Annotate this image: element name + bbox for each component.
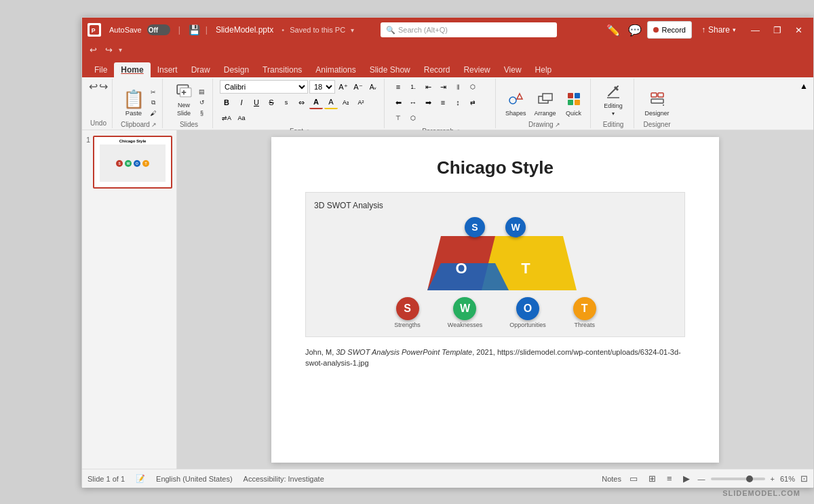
drawing-expand[interactable]: ↗ — [555, 121, 560, 128]
font-family-select[interactable]: Calibri — [220, 80, 308, 94]
svg-marker-7 — [517, 94, 522, 99]
line-spacing-button[interactable]: ↕ — [451, 96, 465, 109]
qt-undo[interactable]: ↩ — [88, 45, 99, 55]
char-spacing-button[interactable]: ⇔ — [294, 96, 308, 109]
format-painter-button[interactable]: 🖌 — [149, 109, 157, 118]
qt-redo[interactable]: ↪ — [103, 45, 115, 55]
tab-review[interactable]: Review — [457, 62, 497, 77]
tab-transitions[interactable]: Transitions — [256, 62, 309, 77]
clipboard-expand[interactable]: ↗ — [151, 121, 157, 128]
new-slide-label2: Slide — [177, 110, 191, 117]
share-button[interactable]: ↑ Share ▾ — [695, 21, 743, 39]
zoom-out-button[interactable]: — — [698, 475, 705, 483]
align-left-button[interactable]: ⬅ — [391, 96, 405, 109]
comment-icon[interactable]: 💬 — [625, 22, 644, 38]
convert-to-smartart-button[interactable]: ⬡ — [406, 111, 420, 125]
pen-icon[interactable]: ✏️ — [604, 22, 623, 38]
copy-button[interactable]: ⧉ — [149, 98, 157, 108]
search-placeholder: Search (Alt+Q) — [398, 26, 448, 34]
redo-button[interactable]: ↪ — [99, 80, 108, 93]
autosave-toggle[interactable]: Off — [147, 24, 170, 35]
paste-button[interactable]: 📋 Paste — [120, 80, 147, 118]
capitalize-button[interactable]: Aa — [235, 111, 248, 125]
arrange-button[interactable]: Arrange — [532, 80, 559, 118]
numbered-list-button[interactable]: 1. — [406, 80, 420, 94]
reset-button[interactable]: ↺ — [197, 98, 206, 107]
underline-button[interactable]: U — [250, 96, 263, 109]
ribbon-collapse-button[interactable]: ▲ — [797, 79, 811, 94]
slide-editor[interactable]: Chicago Style 3D SWOT Analysis S W — [177, 130, 813, 469]
normal-view-button[interactable]: ▭ — [627, 472, 640, 485]
clear-format-button[interactable]: Aᵥ — [366, 80, 380, 94]
align-right-button[interactable]: ➡ — [421, 96, 435, 109]
notes-button[interactable]: Notes — [602, 475, 621, 483]
strikethrough-button[interactable]: S — [265, 96, 278, 109]
fit-to-window-button[interactable]: ⊡ — [800, 473, 808, 484]
slide-notes-icon[interactable]: 📝 — [136, 474, 145, 483]
tab-insert[interactable]: Insert — [151, 62, 185, 77]
tab-help[interactable]: Help — [528, 62, 559, 77]
undo-row: ↩ ↪ — [89, 80, 108, 93]
grid-view-button[interactable]: ⊞ — [646, 472, 659, 485]
tab-file[interactable]: File — [88, 62, 114, 77]
slide-show-button[interactable]: ▶ — [680, 472, 693, 485]
restore-button[interactable]: ❐ — [768, 24, 787, 37]
section-button[interactable]: § — [197, 109, 206, 118]
close-button[interactable]: ✕ — [790, 24, 808, 37]
columns-button[interactable]: ⫴ — [451, 80, 465, 94]
superscript-button[interactable]: A² — [354, 96, 368, 109]
record-button[interactable]: Record — [647, 21, 691, 39]
cut-button[interactable]: ✂ — [149, 88, 157, 97]
tab-view[interactable]: View — [497, 62, 528, 77]
minimize-button[interactable]: — — [745, 24, 765, 37]
subscript-button[interactable]: A₂ — [339, 96, 353, 109]
designer-button[interactable]: Designer — [642, 80, 672, 118]
status-bar: Slide 1 of 1 📝 English (United States) A… — [82, 469, 813, 488]
slide-canvas: Chicago Style 3D SWOT Analysis S W — [271, 137, 719, 463]
editing-button[interactable]: Editing ▾ — [601, 80, 625, 118]
tab-animations[interactable]: Animations — [309, 62, 362, 77]
decrease-indent-button[interactable]: ⇤ — [421, 80, 435, 94]
smartart-button[interactable]: ⬡ — [466, 80, 480, 94]
align-text-button[interactable]: ⊤ — [391, 111, 405, 125]
decrease-font-button[interactable]: A⁻ — [351, 80, 365, 94]
justify-button[interactable]: ≡ — [436, 96, 450, 109]
increase-font-button[interactable]: A⁺ — [336, 80, 350, 94]
tab-slideshow[interactable]: Slide Show — [363, 62, 417, 77]
paste-label: Paste — [125, 109, 142, 117]
new-slide-button[interactable]: New Slide — [172, 80, 196, 118]
saved-chevron[interactable]: ▾ — [351, 26, 354, 34]
tab-record[interactable]: Record — [417, 62, 457, 77]
thumb-swot: S W O T — [116, 160, 149, 167]
reading-view-button[interactable]: ≡ — [664, 472, 675, 485]
layout-button[interactable]: ▤ — [197, 87, 206, 96]
text-highlight-button[interactable]: A — [324, 96, 338, 109]
save-icon[interactable]: 💾 — [189, 24, 200, 35]
search-box[interactable]: 🔍 Search (Alt+Q) — [381, 22, 557, 37]
align-center-button[interactable]: ↔ — [406, 96, 420, 109]
slide-thumbnail-1[interactable]: Chicago Style S W O T — [93, 136, 172, 189]
shadow-button[interactable]: s — [279, 96, 293, 109]
quick-styles-button[interactable]: Quick — [562, 80, 586, 118]
bullet-list-button[interactable]: ≡ — [391, 80, 405, 94]
undo-button[interactable]: ↩ — [89, 80, 98, 93]
italic-button[interactable]: I — [235, 96, 248, 109]
text-direction-btn[interactable]: ⇄ — [466, 96, 480, 109]
shapes-button[interactable]: Shapes — [503, 80, 529, 118]
bold-button[interactable]: B — [220, 96, 233, 109]
qt-more[interactable]: ▾ — [119, 46, 122, 54]
font-size-select[interactable]: 18 — [309, 80, 335, 94]
shapes-icon — [507, 91, 524, 107]
tab-design[interactable]: Design — [217, 62, 256, 77]
tab-draw[interactable]: Draw — [185, 62, 217, 77]
tab-home[interactable]: Home — [114, 62, 150, 77]
swot-o-bottom: O Opportunities — [509, 297, 546, 328]
text-direction-button[interactable]: ⇌A — [220, 111, 233, 125]
zoom-slider[interactable] — [711, 478, 765, 480]
zoom-in-button[interactable]: + — [771, 475, 775, 483]
font-color-button[interactable]: A — [309, 96, 323, 109]
title-bar: P AutoSave Off | 💾 | SlideModel.pptx • S… — [82, 18, 813, 42]
accessibility-button[interactable]: Accessibility: Investigate — [244, 475, 324, 483]
slide-citation: John, M, 3D SWOT Analysis PowerPoint Tem… — [305, 347, 685, 369]
increase-indent-button[interactable]: ⇥ — [436, 80, 450, 94]
